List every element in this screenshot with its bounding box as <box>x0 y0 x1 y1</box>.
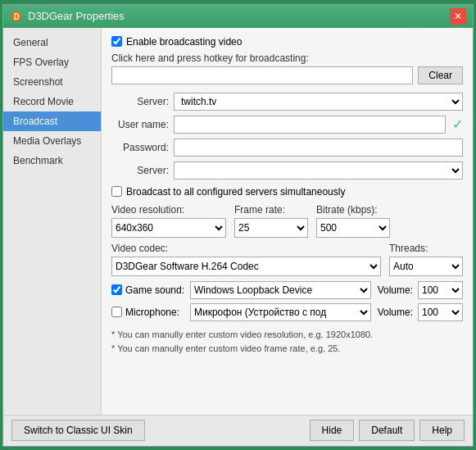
server-select[interactable]: twitch.tv justin.tv ustream <box>174 93 463 111</box>
note1: * You can manully enter custom video res… <box>111 328 463 343</box>
microphone-select[interactable]: Микрофон (Устройство с под <box>190 303 371 321</box>
bitrate-label: Bitrate (kbps): <box>316 204 390 216</box>
video-res-col: Video resolution: 640x360 1280x720 1920x… <box>111 204 226 238</box>
frame-rate-label: Frame rate: <box>234 204 308 216</box>
content-area: General FPS Overlay Screenshot Record Mo… <box>3 28 473 415</box>
username-label: User name: <box>111 119 169 130</box>
hotkey-input[interactable] <box>111 66 413 84</box>
enable-row: Enable broadcasting video <box>111 36 463 48</box>
classic-ui-button[interactable]: Switch to Classic UI Skin <box>11 420 145 441</box>
microphone-volume-select[interactable]: 100 75 50 <box>418 303 463 321</box>
clear-button[interactable]: Clear <box>418 66 463 84</box>
sidebar-item-general[interactable]: General <box>3 33 101 52</box>
frame-rate-select[interactable]: 25 30 60 <box>234 218 308 238</box>
threads-label: Threads: <box>389 243 463 254</box>
broadcast-all-checkbox[interactable] <box>111 186 122 197</box>
game-sound-check-label: Game sound: <box>111 284 185 296</box>
help-button[interactable]: Help <box>419 420 465 441</box>
main-window: D D3DGear Properties ✕ General FPS Overl… <box>2 4 474 447</box>
close-button[interactable]: ✕ <box>450 8 466 25</box>
server2-label: Server: <box>111 165 169 176</box>
game-sound-row: Game sound: Windows Loopback Device Volu… <box>111 281 463 299</box>
microphone-row: Microphone: Микрофон (Устройство с под V… <box>111 303 463 321</box>
sidebar-item-record-movie[interactable]: Record Movie <box>3 92 101 111</box>
server2-row: Server: <box>111 161 463 180</box>
main-panel: Enable broadcasting video Click here and… <box>102 28 473 415</box>
video-codec-col: Video codec: D3DGear Software H.264 Code… <box>111 243 381 276</box>
app-icon: D <box>10 10 23 23</box>
window-title: D3DGear Properties <box>28 10 125 22</box>
microphone-checkbox[interactable] <box>111 307 122 317</box>
game-sound-label: Game sound: <box>125 284 184 296</box>
footer: Switch to Classic UI Skin Hide Default H… <box>3 415 473 446</box>
title-bar: D D3DGear Properties ✕ <box>3 5 473 28</box>
username-input[interactable] <box>174 116 446 134</box>
svg-text:D: D <box>13 12 19 21</box>
bitrate-select[interactable]: 500 1000 2000 <box>316 218 390 238</box>
sidebar-item-benchmark[interactable]: Benchmark <box>3 151 101 170</box>
video-codec-select[interactable]: D3DGear Software H.264 Codec <box>111 257 381 276</box>
video-res-select[interactable]: 640x360 1280x720 1920x1080 <box>111 218 226 238</box>
footer-right: Hide Default Help <box>310 420 465 441</box>
hotkey-row: Clear <box>111 66 463 84</box>
threads-select[interactable]: Auto 1 2 4 <box>389 257 463 276</box>
sidebar-item-screenshot[interactable]: Screenshot <box>3 72 101 92</box>
password-row: Password: <box>111 139 463 157</box>
threads-col: Threads: Auto 1 2 4 <box>389 243 463 276</box>
bitrate-col: Bitrate (kbps): 500 1000 2000 <box>316 204 390 238</box>
sidebar-item-fps-overlay[interactable]: FPS Overlay <box>3 52 101 72</box>
enable-broadcast-label: Enable broadcasting video <box>126 36 242 48</box>
game-sound-select[interactable]: Windows Loopback Device <box>190 281 371 299</box>
title-bar-left: D D3DGear Properties <box>10 10 125 23</box>
game-sound-checkbox[interactable] <box>111 284 122 295</box>
video-codec-label: Video codec: <box>111 243 381 254</box>
password-input[interactable] <box>174 139 463 157</box>
hotkey-section-label: Click here and press hotkey for broadcas… <box>111 52 463 64</box>
microphone-volume-label: Volume: <box>378 307 413 318</box>
sidebar-item-media-overlays[interactable]: Media Overlays <box>3 131 101 151</box>
broadcast-all-row: Broadcast to all configured servers simu… <box>111 186 463 198</box>
microphone-label: Microphone: <box>125 307 179 318</box>
sidebar: General FPS Overlay Screenshot Record Mo… <box>3 28 102 415</box>
sidebar-item-broadcast[interactable]: Broadcast <box>3 111 101 131</box>
notes: * You can manully enter custom video res… <box>111 328 463 357</box>
frame-rate-col: Frame rate: 25 30 60 <box>234 204 308 238</box>
video-res-label: Video resolution: <box>111 204 226 216</box>
password-label: Password: <box>111 142 169 153</box>
hide-button[interactable]: Hide <box>310 420 355 441</box>
microphone-check-label: Microphone: <box>111 307 185 318</box>
valid-checkmark: ✓ <box>452 116 463 132</box>
server-label: Server: <box>111 96 169 107</box>
note2: * You can manully enter custom video fra… <box>111 342 463 357</box>
default-button[interactable]: Default <box>359 420 415 441</box>
game-sound-volume-select[interactable]: 100 75 50 <box>418 281 463 299</box>
codec-row: Video codec: D3DGear Software H.264 Code… <box>111 243 463 276</box>
broadcast-all-label: Broadcast to all configured servers simu… <box>126 186 345 198</box>
game-sound-volume-label: Volume: <box>378 284 413 296</box>
video-settings-row: Video resolution: 640x360 1280x720 1920x… <box>111 204 463 238</box>
server-row: Server: twitch.tv justin.tv ustream <box>111 93 463 111</box>
enable-broadcast-checkbox[interactable] <box>111 36 122 47</box>
server2-select[interactable] <box>174 161 463 180</box>
username-row: User name: ✓ <box>111 116 463 134</box>
